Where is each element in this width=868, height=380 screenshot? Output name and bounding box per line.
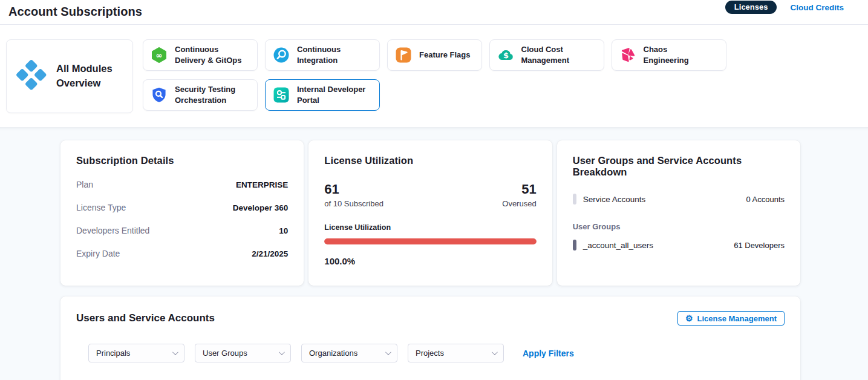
user-group-name: _account_all_users [583, 241, 653, 250]
all-modules-overview-card[interactable]: All Modules Overview [6, 39, 133, 113]
module-card-cd-gitops[interactable]: ∞ Continuous Delivery & GitOps [143, 39, 258, 71]
license-management-label: License Management [697, 314, 777, 323]
detail-label: Expiry Date [76, 249, 120, 258]
users-card-header: Users and Service Accounts ⚙ License Man… [76, 311, 785, 326]
utilization-bar-fill [324, 238, 536, 244]
sto-icon [151, 87, 168, 103]
detail-label: Plan [76, 180, 93, 189]
module-label: Internal Developer Portal [297, 84, 368, 105]
used-caption: of 10 Subscribed [324, 199, 383, 208]
all-modules-overview-label: All Modules Overview [56, 62, 124, 91]
module-card-feature-flags[interactable]: Feature Flags [387, 39, 482, 71]
module-label: Continuous Integration [297, 44, 368, 65]
principals-select[interactable]: Principals [88, 344, 184, 362]
module-label: Feature Flags [419, 50, 471, 61]
filters-row: Principals User Groups Organizations Pro… [88, 344, 785, 362]
page-title: Account Subscriptions [8, 5, 142, 19]
users-card-title: Users and Service Accounts [76, 312, 215, 324]
user-group-row: _account_all_users 61 Developers [573, 240, 785, 251]
user-group-value: 61 Developers [734, 241, 785, 250]
detail-row-license-type: License Type Developer 360 [76, 203, 288, 212]
detail-label: Developers Entitled [76, 226, 149, 235]
tab-licenses[interactable]: Licenses [725, 1, 777, 14]
detail-value: 10 [279, 226, 288, 235]
user-group-marker-icon [573, 240, 576, 251]
chevron-down-icon [492, 349, 498, 355]
subscription-details-title: Subscription Details [76, 155, 288, 166]
module-card-ccm[interactable]: $ Cloud Cost Management [489, 39, 604, 71]
utilization-bar-track [324, 238, 536, 244]
module-card-ci[interactable]: Continuous Integration [265, 39, 380, 71]
license-utilization-numbers: 61 of 10 Subscribed 51 Overused [324, 182, 536, 208]
chevron-down-icon [172, 349, 178, 355]
chevron-down-icon [385, 349, 391, 355]
utilization-bar-label: License Utilization [324, 223, 536, 232]
module-label: Continuous Delivery & GitOps [175, 44, 246, 65]
all-modules-icon [15, 59, 48, 94]
user-groups-heading: User Groups [573, 222, 785, 231]
module-label: Security Testing Orchestration [175, 84, 246, 105]
ci-icon [273, 47, 290, 64]
service-accounts-marker-icon [573, 194, 576, 205]
used-block: 61 of 10 Subscribed [324, 182, 383, 208]
detail-value: Developer 360 [233, 203, 289, 212]
header-tabs: Licenses Cloud Credits [725, 1, 844, 14]
service-accounts-value: 0 Accounts [746, 195, 785, 204]
service-accounts-row: Service Accounts 0 Accounts [573, 194, 785, 205]
principals-select-value: Principals [96, 349, 130, 358]
projects-select[interactable]: Projects [408, 344, 504, 362]
chevron-down-icon [279, 349, 285, 355]
service-accounts-left: Service Accounts [573, 194, 646, 205]
tab-cloud-credits[interactable]: Cloud Credits [790, 3, 844, 12]
user-group-left: _account_all_users [573, 240, 653, 251]
module-label: Chaos Engineering [644, 44, 715, 65]
breakdown-title: User Groups and Service Accounts Breakdo… [573, 155, 785, 178]
module-cards: ∞ Continuous Delivery & GitOps Continuou… [143, 39, 825, 111]
users-service-accounts-card: Users and Service Accounts ⚙ License Man… [60, 296, 800, 380]
overused-block: 51 Overused [502, 182, 536, 208]
organizations-select-value: Organizations [309, 349, 357, 358]
license-utilization-title: License Utilization [324, 155, 536, 166]
utilization-percent: 100.0% [324, 256, 536, 266]
module-card-sto[interactable]: Security Testing Orchestration [143, 79, 258, 111]
chaos-icon [619, 47, 636, 64]
breakdown-card: User Groups and Service Accounts Breakdo… [557, 140, 800, 286]
detail-row-developers-entitled: Developers Entitled 10 [76, 226, 288, 235]
module-card-idp[interactable]: Internal Developer Portal [265, 79, 380, 111]
license-management-button[interactable]: ⚙ License Management [677, 311, 785, 326]
subscription-details-card: Subscription Details Plan ENTERPRISE Lic… [60, 140, 304, 286]
gear-icon: ⚙ [685, 314, 693, 323]
content-area: Subscription Details Plan ENTERPRISE Lic… [0, 127, 868, 380]
detail-row-expiry-date: Expiry Date 2/21/2025 [76, 249, 288, 258]
module-card-chaos[interactable]: Chaos Engineering [612, 39, 726, 71]
used-count: 61 [324, 182, 383, 197]
cd-gitops-icon: ∞ [151, 47, 168, 64]
module-label: Cloud Cost Management [521, 44, 593, 65]
ccm-icon: $ [497, 47, 514, 64]
idp-icon [273, 87, 290, 103]
svg-text:∞: ∞ [156, 51, 163, 60]
page-header: Account Subscriptions Licenses Cloud Cre… [0, 0, 868, 25]
detail-value: ENTERPRISE [236, 180, 288, 189]
overused-caption: Overused [502, 199, 536, 208]
detail-value: 2/21/2025 [252, 249, 288, 258]
license-utilization-card: License Utilization 61 of 10 Subscribed … [308, 140, 552, 286]
detail-label: License Type [76, 203, 126, 212]
modules-section: All Modules Overview ∞ Continuous Delive… [0, 25, 868, 127]
stat-cards: Subscription Details Plan ENTERPRISE Lic… [60, 140, 800, 286]
feature-flags-icon [395, 47, 412, 64]
detail-row-plan: Plan ENTERPRISE [76, 180, 288, 189]
service-accounts-label: Service Accounts [583, 195, 646, 204]
apply-filters-link[interactable]: Apply Filters [523, 349, 574, 358]
user-groups-select[interactable]: User Groups [195, 344, 291, 362]
user-groups-select-value: User Groups [203, 349, 247, 358]
organizations-select[interactable]: Organizations [301, 344, 397, 362]
overused-count: 51 [502, 182, 536, 197]
svg-text:$: $ [503, 51, 508, 60]
projects-select-value: Projects [416, 349, 444, 358]
